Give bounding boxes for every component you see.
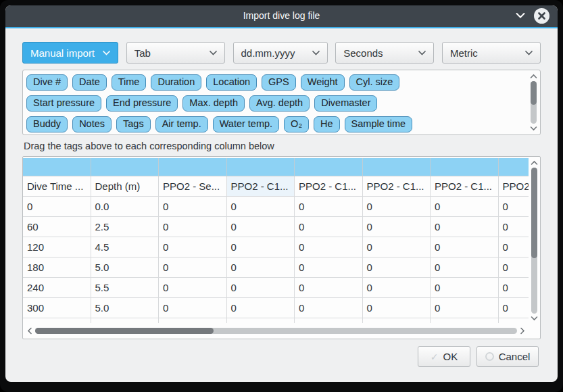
table-cell[interactable]: 2.5: [91, 217, 160, 237]
column-header[interactable]: PPO2 - C1...: [431, 176, 499, 197]
drop-target-cell[interactable]: [499, 158, 529, 176]
column-header[interactable]: Depth (m): [91, 176, 160, 197]
tag-avg-depth[interactable]: Avg. depth: [249, 95, 310, 112]
scroll-up-icon[interactable]: [531, 158, 538, 168]
table-cell[interactable]: 0: [159, 217, 227, 237]
units-select[interactable]: Metric: [442, 42, 541, 64]
table-cell[interactable]: 5.5: [91, 278, 160, 298]
table-cell[interactable]: [227, 318, 295, 323]
column-header[interactable]: PPO2 - C1...: [227, 176, 295, 197]
table-cell[interactable]: 0: [431, 298, 499, 318]
tag-dive-number[interactable]: Dive #: [26, 74, 68, 91]
import-type-select[interactable]: Manual import: [22, 42, 118, 64]
table-cell[interactable]: 0: [499, 237, 529, 258]
table-cell[interactable]: 0: [227, 258, 295, 278]
table-cell[interactable]: 120: [23, 237, 91, 258]
drop-target-cell[interactable]: [227, 158, 295, 176]
column-header[interactable]: PPO2 - C1...: [499, 176, 529, 197]
table-cell[interactable]: 0: [499, 258, 529, 278]
ok-button[interactable]: ✓ OK: [418, 346, 470, 367]
drop-target-cell[interactable]: [23, 158, 91, 176]
table-cell[interactable]: [431, 318, 499, 323]
shade-chevron-down-icon[interactable]: [515, 12, 526, 19]
table-cell[interactable]: 0: [363, 217, 431, 237]
table-cell[interactable]: 0: [227, 197, 295, 217]
close-icon[interactable]: [534, 8, 549, 24]
table-cell[interactable]: 0: [159, 258, 227, 278]
table-cell[interactable]: 0: [431, 278, 499, 298]
tag-end-pressure[interactable]: End pressure: [106, 95, 178, 112]
scroll-left-icon[interactable]: [24, 327, 35, 335]
scrollbar-thumb[interactable]: [531, 81, 537, 105]
scrollbar-track[interactable]: [531, 168, 537, 314]
table-cell[interactable]: 0: [295, 278, 363, 298]
table-cell[interactable]: 0: [159, 298, 227, 318]
column-header[interactable]: PPO2 - C1...: [295, 176, 363, 197]
scroll-right-icon[interactable]: [517, 327, 528, 335]
table-cell[interactable]: 0: [295, 217, 363, 237]
table-cell[interactable]: 5.0: [91, 258, 160, 278]
drop-target-cell[interactable]: [295, 158, 363, 176]
date-format-select[interactable]: dd.mm.yyyy: [233, 42, 328, 64]
table-cell[interactable]: 0: [159, 197, 227, 217]
field-separator-select[interactable]: Tab: [126, 42, 225, 64]
table-cell[interactable]: 0: [227, 278, 295, 298]
table-cell[interactable]: 0: [295, 258, 363, 278]
scroll-up-icon[interactable]: [530, 72, 537, 81]
tag-divemaster[interactable]: Divemaster: [314, 95, 377, 112]
table-cell[interactable]: 0: [363, 237, 431, 258]
tags-vertical-scrollbar[interactable]: [529, 72, 539, 133]
cancel-button[interactable]: Cancel: [476, 346, 539, 367]
table-cell[interactable]: 300: [23, 298, 91, 318]
table-cell[interactable]: 0: [227, 298, 295, 318]
drop-target-cell[interactable]: [159, 158, 227, 176]
scrollbar-track[interactable]: [35, 328, 517, 334]
column-header[interactable]: PPO2 - C1...: [363, 176, 431, 197]
drop-target-cell[interactable]: [363, 158, 431, 176]
column-header[interactable]: Dive Time ...: [23, 176, 91, 197]
tag-location[interactable]: Location: [206, 74, 257, 91]
tag-water-temp[interactable]: Water temp.: [213, 116, 279, 132]
table-cell[interactable]: 0: [431, 197, 499, 217]
table-cell[interactable]: 0: [431, 217, 499, 237]
table-cell[interactable]: 0: [159, 237, 227, 258]
table-cell[interactable]: 0: [431, 237, 499, 258]
table-cell[interactable]: 0: [295, 237, 363, 258]
table-cell[interactable]: 0: [227, 237, 295, 258]
time-format-select[interactable]: Seconds: [335, 42, 434, 64]
table-cell[interactable]: 5.0: [91, 298, 160, 318]
table-cell[interactable]: 4.5: [91, 237, 160, 258]
table-cell[interactable]: 0: [499, 278, 529, 298]
table-cell[interactable]: 180: [23, 258, 91, 278]
table-cell[interactable]: [23, 318, 91, 323]
tag-gps[interactable]: GPS: [262, 74, 296, 91]
table-cell[interactable]: [363, 318, 431, 323]
table-cell[interactable]: 0: [363, 278, 431, 298]
table-cell[interactable]: [91, 318, 160, 323]
tag-date[interactable]: Date: [72, 74, 107, 91]
table-cell[interactable]: 0: [363, 197, 431, 217]
table-cell[interactable]: 0: [499, 197, 529, 217]
table-cell[interactable]: 0: [295, 197, 363, 217]
table-cell[interactable]: [295, 318, 363, 323]
table-cell[interactable]: [499, 318, 529, 323]
drop-target-cell[interactable]: [91, 158, 160, 176]
table-vertical-scrollbar[interactable]: [529, 158, 539, 323]
table-cell[interactable]: 0: [227, 217, 295, 237]
tag-buddy[interactable]: Buddy: [26, 116, 68, 132]
table-cell[interactable]: 240: [23, 278, 91, 298]
tag-cyl-size[interactable]: Cyl. size: [349, 74, 400, 91]
titlebar[interactable]: Import dive log file: [5, 5, 558, 28]
table-cell[interactable]: 0: [363, 258, 431, 278]
tag-sample-time[interactable]: Sample time: [345, 116, 413, 132]
scrollbar-thumb[interactable]: [531, 168, 537, 258]
tag-notes[interactable]: Notes: [72, 116, 112, 132]
table-horizontal-scrollbar[interactable]: [24, 324, 528, 337]
tag-weight[interactable]: Weight: [301, 74, 345, 91]
tag-max-depth[interactable]: Max. depth: [182, 95, 245, 112]
scroll-down-icon[interactable]: [530, 124, 537, 133]
tag-duration[interactable]: Duration: [151, 74, 201, 91]
tag-tags[interactable]: Tags: [116, 116, 151, 132]
tag-air-temp[interactable]: Air temp.: [155, 116, 208, 132]
scroll-down-icon[interactable]: [531, 314, 538, 323]
